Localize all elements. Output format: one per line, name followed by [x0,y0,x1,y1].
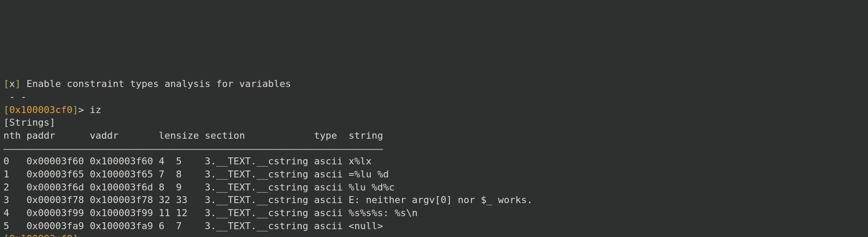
checkbox-line: [x] Enable constraint types analysis for… [3,78,291,89]
prompt-caret: > [78,104,84,115]
prompt-open-bracket: [ [3,104,9,115]
checkbox-label: Enable constraint types analysis for var… [21,78,291,89]
prompt-caret: > [78,233,84,237]
prompt-open-bracket: [ [3,233,9,237]
prompt-close-bracket: ] [73,233,78,237]
terminal-output: [x] Enable constraint types analysis for… [0,64,868,237]
strings-heading: [Strings] [3,117,55,128]
prompt-line-1[interactable]: [0x100003cf0]> iz [3,104,101,115]
dashes-line: - - [3,91,26,102]
table-divider: ――――――――――――――――――――――――――――――――――――――――… [3,143,383,154]
prompt-line-2[interactable]: [0x100003cf0]> [3,233,84,237]
checkbox-close-bracket: ] [15,78,21,89]
checkbox-mark: x [9,78,15,89]
prompt-address: 0x100003cf0 [9,104,73,115]
prompt-close-bracket: ] [73,104,78,115]
command-text: iz [84,104,101,115]
table-body: 0 0x00003f60 0x100003f60 4 5 3.__TEXT.__… [3,156,533,231]
checkbox-open-bracket: [ [3,78,9,89]
table-header: nth paddr vaddr lensize section type str… [3,130,383,141]
prompt-address: 0x100003cf0 [9,233,73,237]
